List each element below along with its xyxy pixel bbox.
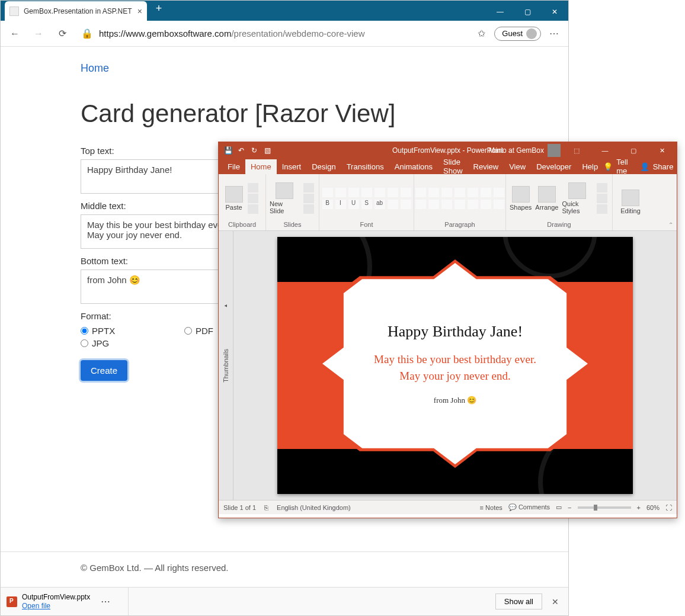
- ppt-ribbon-options-icon[interactable]: ⬚: [564, 142, 589, 159]
- browser-menu-button[interactable]: ⋯: [543, 23, 565, 44]
- tab-title: GemBox.Presentation in ASP.NET: [24, 7, 132, 15]
- tab-help[interactable]: Help: [577, 159, 603, 174]
- zoom-level[interactable]: 60%: [646, 504, 660, 511]
- tab-animations[interactable]: Animations: [389, 159, 438, 174]
- ppt-minimize-icon[interactable]: ―: [593, 142, 617, 159]
- align-center-icon[interactable]: [428, 200, 439, 209]
- tab-close-icon[interactable]: ×: [137, 7, 142, 16]
- shapes-button[interactable]: Shapes: [510, 186, 532, 211]
- paste-button[interactable]: Paste: [225, 186, 243, 211]
- view-normal-icon[interactable]: ▭: [556, 503, 562, 511]
- shapes-icon: [512, 186, 530, 203]
- tab-file[interactable]: File: [222, 159, 245, 174]
- nav-home-link[interactable]: Home: [81, 59, 109, 78]
- page-footer: © GemBox Ltd. — All rights reserved.: [1, 551, 568, 583]
- strike-icon[interactable]: ab: [374, 200, 385, 209]
- slide-canvas[interactable]: Happy Birthday Jane! May this be your be…: [233, 231, 677, 500]
- window-close-icon[interactable]: ✕: [541, 3, 568, 21]
- window-maximize-icon[interactable]: ▢: [514, 3, 541, 21]
- underline-icon[interactable]: U: [348, 200, 359, 209]
- shadow-icon[interactable]: S: [361, 200, 372, 209]
- url-text: https://www.gemboxsoftware.com/presentat…: [99, 28, 365, 38]
- guest-profile-button[interactable]: Guest: [494, 27, 541, 41]
- format-painter-icon[interactable]: [248, 204, 258, 214]
- format-jpg-radio[interactable]: JPG: [81, 338, 184, 348]
- cut-icon[interactable]: [248, 183, 258, 192]
- fit-window-icon[interactable]: ⛶: [665, 504, 672, 511]
- download-item[interactable]: OutputFromView.pptx Open file ⋯: [7, 588, 129, 615]
- tab-tellme[interactable]: Tell me: [616, 158, 628, 175]
- decorative-swirl: [502, 237, 597, 278]
- bullets-icon[interactable]: [415, 188, 426, 197]
- new-slide-button[interactable]: New Slide: [270, 182, 299, 214]
- tell-me-icon: 💡: [603, 162, 613, 171]
- undo-icon[interactable]: ↶: [235, 145, 247, 156]
- ppt-document-title: OutputFromView.pptx - PowerPoint: [392, 146, 503, 155]
- tab-view[interactable]: View: [504, 159, 531, 174]
- start-slideshow-icon[interactable]: ▧: [261, 145, 273, 156]
- save-icon[interactable]: 💾: [222, 145, 234, 156]
- font-name-icon[interactable]: [322, 188, 333, 197]
- tab-share[interactable]: Share: [653, 162, 674, 171]
- new-tab-button[interactable]: +: [151, 2, 167, 19]
- section-icon[interactable]: [303, 204, 314, 214]
- download-bar: OutputFromView.pptx Open file ⋯ Show all…: [1, 587, 568, 615]
- thumbnails-pane[interactable]: Thumbnails▸: [219, 231, 233, 500]
- zoom-slider[interactable]: [578, 506, 631, 509]
- address-bar: ← → ⟳ 🔒 https://www.gemboxsoftware.com/p…: [1, 21, 568, 47]
- ppt-close-icon[interactable]: ✕: [649, 142, 674, 159]
- copy-icon[interactable]: [248, 194, 258, 203]
- numbering-icon[interactable]: [428, 188, 439, 197]
- shape-effects-icon[interactable]: [597, 204, 607, 214]
- quick-styles-button[interactable]: Quick Styles: [562, 182, 592, 214]
- create-button[interactable]: Create: [81, 360, 127, 381]
- arrange-button[interactable]: Arrange: [535, 186, 558, 211]
- card-middle-text: May this be your best birthday ever.May …: [346, 351, 564, 385]
- back-button[interactable]: ←: [4, 23, 25, 44]
- thumbnails-label: Thumbnails: [222, 349, 229, 383]
- tab-transitions[interactable]: Transitions: [341, 159, 389, 174]
- reload-button[interactable]: ⟳: [52, 23, 73, 44]
- page-title: Card generator [Razor View]: [81, 100, 488, 128]
- card-bottom-text: from John 😊: [346, 396, 564, 405]
- zoom-out-icon[interactable]: −: [568, 504, 571, 511]
- group-drawing-label: Drawing: [547, 220, 571, 228]
- favorite-button[interactable]: ✩: [470, 23, 492, 44]
- shape-fill-icon[interactable]: [597, 183, 607, 192]
- show-all-downloads-button[interactable]: Show all: [495, 593, 542, 609]
- browser-tab[interactable]: GemBox.Presentation in ASP.NET ×: [5, 1, 147, 21]
- download-open-link[interactable]: Open file: [22, 602, 50, 610]
- italic-icon[interactable]: I: [335, 200, 346, 209]
- url-input[interactable]: 🔒 https://www.gemboxsoftware.com/present…: [75, 24, 468, 43]
- spellcheck-icon[interactable]: ⎘: [264, 504, 268, 511]
- tab-design[interactable]: Design: [306, 159, 341, 174]
- tab-developer[interactable]: Developer: [531, 159, 577, 174]
- notes-button[interactable]: ≡ Notes: [480, 504, 502, 511]
- redo-icon[interactable]: ↻: [248, 145, 260, 156]
- tab-home[interactable]: Home: [245, 159, 277, 174]
- find-icon: [622, 190, 639, 206]
- zoom-in-icon[interactable]: +: [637, 504, 641, 511]
- justify-icon[interactable]: [454, 200, 465, 209]
- reset-icon[interactable]: [303, 194, 314, 203]
- align-left-icon[interactable]: [415, 200, 426, 209]
- window-minimize-icon[interactable]: ―: [486, 3, 514, 21]
- ribbon: Paste Clipboard New Slide Slides BIUSab …: [219, 174, 677, 231]
- download-more-icon[interactable]: ⋯: [101, 596, 110, 607]
- align-right-icon[interactable]: [441, 200, 452, 209]
- collapse-ribbon-icon[interactable]: ⌃: [668, 222, 673, 228]
- comments-button[interactable]: 💬 Comments: [508, 503, 550, 511]
- editing-button[interactable]: Editing: [620, 190, 641, 214]
- layout-icon[interactable]: [303, 183, 314, 192]
- format-pptx-radio[interactable]: PPTX: [81, 326, 184, 336]
- download-bar-close-icon[interactable]: ✕: [548, 593, 562, 610]
- language-label[interactable]: English (United Kingdom): [277, 504, 351, 511]
- download-filename: OutputFromView.pptx: [22, 593, 90, 601]
- ppt-avatar-icon: [548, 144, 561, 157]
- tab-review[interactable]: Review: [468, 159, 504, 174]
- ppt-maximize-icon[interactable]: ▢: [621, 142, 646, 159]
- bold-icon[interactable]: B: [322, 200, 333, 209]
- share-icon: 👤: [640, 162, 649, 171]
- tab-insert[interactable]: Insert: [277, 159, 307, 174]
- shape-outline-icon[interactable]: [597, 194, 607, 203]
